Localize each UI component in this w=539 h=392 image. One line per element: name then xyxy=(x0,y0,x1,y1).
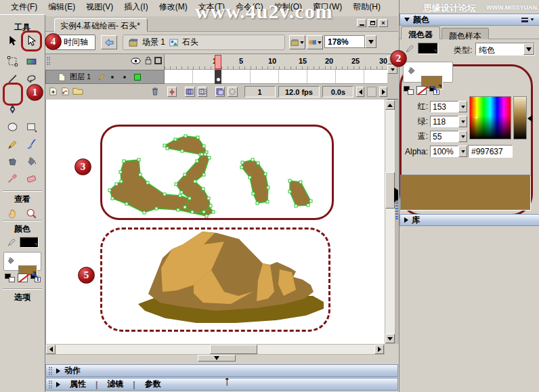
layer-lock-dot[interactable] xyxy=(123,76,126,79)
add-motion-guide-button[interactable] xyxy=(60,86,70,98)
expand-arrow-icon[interactable] xyxy=(56,382,60,387)
collapse-arrow-icon[interactable] xyxy=(404,18,410,22)
delete-layer-button[interactable] xyxy=(150,86,160,98)
menu-item-insert[interactable]: 插入(I) xyxy=(118,0,153,14)
type-dropdown-button[interactable] xyxy=(523,43,534,55)
vertical-scroll-thumb[interactable] xyxy=(385,172,395,209)
tab-properties[interactable]: 属性 xyxy=(64,378,91,390)
actions-panel-title[interactable]: 动作 xyxy=(64,365,81,376)
center-frame-button[interactable] xyxy=(167,87,177,97)
onion-skin-button[interactable] xyxy=(185,87,194,97)
tab-color-mixer[interactable]: 混色器 xyxy=(401,26,440,39)
timeline-scroll-left-button[interactable] xyxy=(356,87,364,97)
zoom-input[interactable] xyxy=(324,35,365,48)
menu-item-modify[interactable]: 修改(M) xyxy=(154,0,193,14)
playhead[interactable] xyxy=(215,55,221,69)
lock-column-icon[interactable] xyxy=(144,56,152,67)
library-panel-header[interactable]: 库 xyxy=(400,214,539,226)
type-dropdown[interactable]: 纯色 xyxy=(475,43,535,56)
show-hide-column-icon[interactable] xyxy=(131,57,141,67)
actions-panel-header[interactable]: 动作 xyxy=(45,364,398,377)
pencil-tool[interactable] xyxy=(4,136,20,152)
eyedropper-tool[interactable] xyxy=(4,170,20,186)
oval-tool[interactable] xyxy=(4,118,20,135)
layer-row[interactable]: 图层 1 xyxy=(45,70,165,84)
horizontal-scrollbar[interactable] xyxy=(45,344,385,355)
keyframe-frame-1[interactable] xyxy=(215,70,221,84)
scroll-left-button[interactable] xyxy=(46,345,56,354)
zoom-tool[interactable] xyxy=(23,205,39,221)
panel-drag-grip[interactable] xyxy=(395,200,398,219)
tab-filters[interactable]: 滤镜 xyxy=(102,378,129,390)
canvas-collapse-button[interactable] xyxy=(198,355,236,362)
document-tab[interactable]: 实例4.基础绘画- 石头* xyxy=(54,18,148,32)
menu-item-view[interactable]: 视图(V) xyxy=(81,0,118,14)
mixer-stroke-swatch[interactable] xyxy=(418,43,438,54)
vertical-scrollbar[interactable] xyxy=(385,100,395,344)
paint-bucket-tool[interactable] xyxy=(23,153,39,169)
alpha-spinner-button[interactable] xyxy=(458,146,467,157)
insert-folder-button[interactable] xyxy=(72,86,83,97)
panel-grip[interactable] xyxy=(47,57,50,65)
scroll-down-button[interactable] xyxy=(385,334,395,343)
blue-input[interactable] xyxy=(430,131,458,142)
default-colors-button[interactable] xyxy=(404,86,414,95)
frame-ruler[interactable]: 1 5 10 15 20 25 30 35 xyxy=(165,54,387,70)
color-panel-header[interactable]: 颜色 xyxy=(400,14,539,26)
modify-onion-markers-button[interactable] xyxy=(228,87,237,97)
no-color-button[interactable] xyxy=(18,274,28,282)
blue-spinner-button[interactable] xyxy=(458,131,467,142)
brush-tool[interactable] xyxy=(23,136,39,152)
edit-symbol-button[interactable] xyxy=(307,35,323,49)
scroll-right-button[interactable] xyxy=(374,345,384,354)
tab-parameters[interactable]: 参数 xyxy=(139,378,167,390)
hand-tool[interactable] xyxy=(4,205,20,221)
ink-bottle-tool[interactable] xyxy=(4,153,20,169)
properties-panel-header[interactable]: 属性| 滤镜| 参数 xyxy=(45,378,398,391)
hex-color-input[interactable] xyxy=(468,145,513,158)
expand-arrow-icon[interactable] xyxy=(56,368,60,374)
gradient-transform-tool[interactable] xyxy=(23,53,39,69)
no-color-button[interactable] xyxy=(416,86,427,95)
swap-colors-button[interactable] xyxy=(30,274,41,282)
layer-visible-dot[interactable] xyxy=(111,76,114,79)
symbol-breadcrumb[interactable]: 石头 xyxy=(182,37,198,48)
swap-colors-button[interactable] xyxy=(429,86,439,95)
red-input[interactable] xyxy=(430,101,458,112)
edit-multiple-frames-button[interactable] xyxy=(215,87,225,97)
outline-column-icon[interactable] xyxy=(154,57,162,64)
scroll-up-button[interactable] xyxy=(385,100,395,110)
insert-layer-button[interactable] xyxy=(48,86,58,98)
collapse-arrow-icon[interactable] xyxy=(394,190,398,200)
edit-scene-button[interactable] xyxy=(289,35,305,49)
layer-outline-color-swatch[interactable] xyxy=(134,74,141,81)
red-spinner-button[interactable] xyxy=(458,101,467,112)
menu-item-edit[interactable]: 编辑(E) xyxy=(43,0,81,14)
onion-skin-outline-button[interactable] xyxy=(198,87,207,97)
color-spectrum-picker[interactable]: + xyxy=(469,96,511,139)
timeline-scroll-thumb[interactable] xyxy=(367,87,376,97)
rectangle-tool[interactable] xyxy=(23,118,39,135)
expand-arrow-icon[interactable] xyxy=(404,217,408,223)
panel-options-menu-icon[interactable] xyxy=(521,18,535,22)
default-colors-button[interactable] xyxy=(5,274,15,282)
selection-tool[interactable] xyxy=(4,32,20,49)
alpha-input[interactable] xyxy=(430,146,458,157)
scene-breadcrumb[interactable]: 场景 1 xyxy=(142,37,165,48)
brightness-slider[interactable] xyxy=(513,96,527,139)
panel-grip[interactable] xyxy=(49,367,52,375)
timeline-toggle-button[interactable]: 时间轴 xyxy=(56,35,95,50)
zoom-dropdown-button[interactable] xyxy=(365,35,376,48)
back-button[interactable] xyxy=(101,35,117,49)
horizontal-scroll-thumb[interactable] xyxy=(210,345,257,354)
green-spinner-button[interactable] xyxy=(458,116,467,127)
menu-item-file[interactable]: 文件(F) xyxy=(5,0,43,14)
layer-name[interactable]: 图层 1 xyxy=(70,72,91,82)
frame-rate-indicator[interactable]: 12.0 fps xyxy=(278,86,320,97)
frame-grid[interactable] xyxy=(165,70,387,84)
green-input[interactable] xyxy=(430,116,458,127)
brightness-marker-icon[interactable] xyxy=(527,115,532,122)
stroke-color-swatch[interactable] xyxy=(20,237,39,248)
timeline-scroll-right-button[interactable] xyxy=(379,87,387,97)
eraser-tool[interactable] xyxy=(23,170,39,186)
